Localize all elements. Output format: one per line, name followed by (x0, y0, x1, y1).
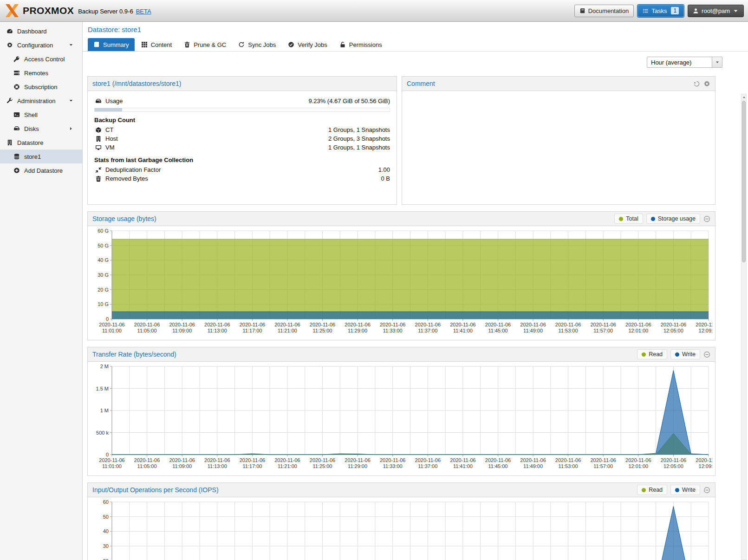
gear-icon[interactable] (703, 80, 710, 87)
panel-header: Input/Output Operations per Second (IOPS… (88, 483, 715, 497)
server-icon (13, 70, 21, 76)
database-icon (13, 153, 21, 160)
legend-read[interactable]: Read (637, 485, 667, 495)
legend-storage-usage[interactable]: Storage usage (646, 214, 700, 224)
ct-count-row: CT 1 Groups, 1 Snapshots (94, 125, 390, 134)
transfer-rate-chart: 0500 k1 M1.5 M2 M2020-11-0611:01:002020-… (88, 362, 715, 471)
sidebar-item-configuration[interactable]: Configuration (0, 38, 82, 52)
sidebar-item-label: Add Datastore (24, 167, 63, 174)
sidebar-item-label: Datastore (17, 139, 43, 146)
collapse-icon[interactable] (703, 487, 710, 494)
combo-trigger[interactable] (712, 57, 722, 67)
svg-text:2020-11-06: 2020-11-06 (240, 457, 265, 463)
svg-text:11:29:00: 11:29:00 (348, 328, 367, 333)
svg-text:2020-11-06: 2020-11-06 (625, 322, 651, 327)
product-version: Backup Server 0.9-6 (78, 8, 133, 15)
svg-text:50: 50 (103, 514, 109, 520)
sidebar-item-dashboard[interactable]: Dashboard (0, 24, 82, 38)
svg-text:60 G: 60 G (98, 228, 109, 234)
chevron-right-icon[interactable] (67, 126, 75, 131)
collapse-icon[interactable] (703, 351, 710, 358)
tab-prune-gc[interactable]: Prune & GC (178, 38, 232, 51)
legend-total[interactable]: Total (614, 214, 643, 224)
legend-read[interactable]: Read (637, 349, 667, 359)
svg-text:2020-11-06: 2020-11-06 (520, 457, 546, 463)
svg-text:30: 30 (103, 543, 109, 549)
sidebar-item-shell[interactable]: Shell (0, 108, 82, 122)
ct-value: 1 Groups, 1 Snapshots (328, 126, 390, 133)
svg-text:2020-11-06: 2020-11-06 (520, 322, 546, 327)
svg-text:11:09:00: 11:09:00 (172, 328, 192, 333)
tasks-label: Tasks (651, 7, 667, 14)
svg-text:2020-11-06: 2020-11-06 (345, 322, 370, 327)
sidebar-item-administration[interactable]: Administration (0, 94, 82, 108)
legend-write[interactable]: Write (670, 349, 700, 359)
scrollbar-thumb[interactable] (742, 101, 746, 262)
tasks-button[interactable]: Tasks 1 (637, 5, 684, 17)
datastore-status-panel: store1 (/mnt/datastores/store1) Usage 9.… (87, 76, 397, 205)
sidebar-item-label: Administration (17, 98, 55, 104)
iops-chart: 01020304050602020-11-0611:01:002020-11-0… (88, 497, 715, 560)
book-icon (579, 8, 585, 14)
svg-text:2020-11-06: 2020-11-06 (590, 322, 616, 327)
svg-text:2020-11-06: 2020-11-06 (204, 457, 230, 463)
user-label: root@pam (702, 7, 730, 14)
content: store1 (/mnt/datastores/store1) Usage 9.… (87, 76, 715, 560)
time-range-select[interactable]: Hour (average) (647, 57, 722, 68)
svg-text:2020-11-06: 2020-11-06 (240, 322, 265, 327)
svg-text:500 k: 500 k (96, 430, 109, 436)
key-icon (13, 56, 21, 62)
panel-body: Usage 9.23% (4.67 GiB of 50.56 GiB) Back… (88, 91, 397, 189)
svg-text:2020-11-06: 2020-11-06 (380, 322, 405, 327)
legend-dot (619, 217, 623, 221)
tab-label: Prune & GC (194, 41, 226, 48)
documentation-button[interactable]: Documentation (574, 5, 634, 17)
svg-text:2020-11-06: 2020-11-06 (134, 457, 160, 463)
iops-chart-panel: Input/Output Operations per Second (IOPS… (87, 482, 715, 560)
sidebar-item-label: Disks (24, 125, 39, 132)
sidebar-item-disks[interactable]: Disks (0, 122, 82, 136)
svg-text:11:45:00: 11:45:00 (488, 328, 507, 333)
svg-text:2020-11-06: 2020-11-06 (169, 322, 195, 327)
sidebar-item-remotes[interactable]: Remotes (0, 66, 82, 80)
gears-icon (6, 42, 14, 48)
svg-text:2020-11-06: 2020-11-06 (99, 457, 124, 463)
svg-text:2020-11-06: 2020-11-06 (450, 322, 475, 327)
panel-title: Comment (407, 80, 435, 87)
scroll-up-arrow[interactable] (741, 94, 746, 100)
svg-text:11:17:00: 11:17:00 (242, 328, 262, 333)
svg-text:11:33:00: 11:33:00 (383, 463, 403, 469)
tab-sync-jobs[interactable]: Sync Jobs (233, 38, 281, 51)
building-icon (94, 136, 103, 142)
chevron-down-icon[interactable] (67, 98, 75, 103)
header-actions: Documentation Tasks 1 root@pam (574, 5, 744, 17)
legend-dot (675, 352, 679, 357)
tab-summary[interactable]: Summary (88, 38, 135, 51)
sidebar-item-datastore[interactable]: Datastore (0, 136, 82, 150)
svg-text:2020-11-06: 2020-11-06 (696, 322, 712, 327)
tab-permissions[interactable]: Permissions (334, 38, 388, 51)
collapse-icon[interactable] (703, 215, 710, 222)
svg-text:20: 20 (103, 558, 109, 560)
undo-icon[interactable] (693, 80, 700, 87)
documentation-label: Documentation (588, 7, 629, 14)
tab-content[interactable]: Content (136, 38, 178, 51)
user-menu-button[interactable]: root@pam (688, 5, 744, 17)
tab-verify-jobs[interactable]: Verify Jobs (282, 38, 333, 51)
usage-progress-fill (95, 108, 122, 111)
sidebar-item-store1[interactable]: store1 (0, 150, 82, 163)
sidebar-item-access-control[interactable]: Access Control (0, 52, 82, 66)
dedup-label: Deduplication Factor (105, 166, 161, 173)
comment-body[interactable] (402, 91, 715, 102)
svg-text:2020-11-06: 2020-11-06 (555, 457, 581, 463)
vertical-scrollbar[interactable] (741, 94, 747, 560)
beta-link[interactable]: BETA (136, 8, 151, 15)
svg-text:11:29:00: 11:29:00 (348, 463, 367, 469)
comment-panel: Comment (402, 76, 715, 205)
chevron-down-icon[interactable] (67, 43, 75, 47)
sidebar-item-subscription[interactable]: Subscription (0, 80, 82, 94)
svg-text:2 M: 2 M (100, 364, 109, 369)
sidebar-item-add-datastore[interactable]: Add Datastore (0, 163, 82, 177)
legend-write[interactable]: Write (670, 485, 700, 495)
svg-text:40: 40 (103, 528, 109, 534)
